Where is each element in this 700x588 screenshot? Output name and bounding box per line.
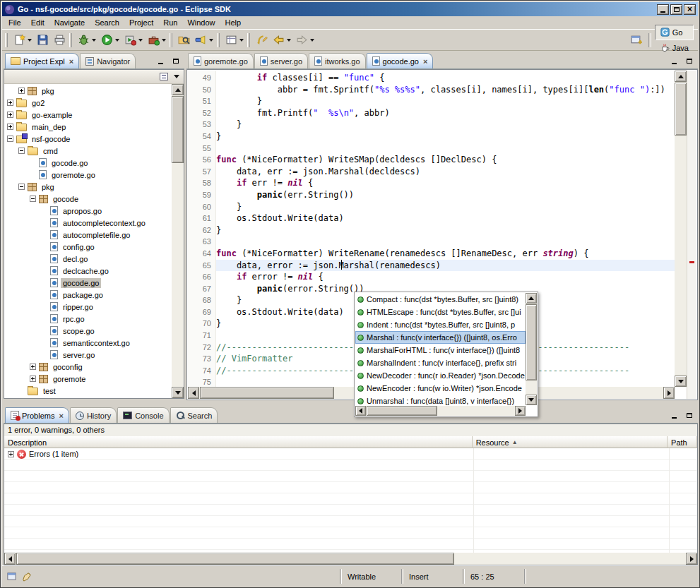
assist-horizontal-scrollbar[interactable] <box>355 406 526 416</box>
expander-plus-icon[interactable] <box>7 124 13 130</box>
print-button[interactable] <box>51 32 68 49</box>
search-button[interactable] <box>192 32 209 49</box>
explorer-vertical-scrollbar[interactable] <box>172 84 184 398</box>
view-tab-console[interactable]: Console <box>117 407 169 423</box>
minimize-view-button[interactable] <box>154 56 167 66</box>
perspective-go-button[interactable]: Go <box>655 25 694 40</box>
expander-minus-icon[interactable] <box>18 184 25 190</box>
editor-mark-icon[interactable] <box>21 571 32 582</box>
expander-minus-icon[interactable] <box>18 148 25 154</box>
title-bar[interactable]: Go - nsf-gocode/src/pkg/gocode/gocode.go… <box>2 2 698 16</box>
view-tab-problems[interactable]: Problems× <box>5 407 69 423</box>
annotations-dropdown-icon[interactable] <box>239 39 244 42</box>
line-number-ruler[interactable]: 4950515253545556575859606162636465666768… <box>188 71 216 387</box>
assist-item[interactable]: HTMLEscape : func(dst *bytes.Buffer, src… <box>355 306 526 318</box>
tree-item-goremote-go[interactable]: goremote.go <box>4 169 172 181</box>
scroll-up-button[interactable] <box>675 71 687 82</box>
minimize-button[interactable] <box>657 4 669 15</box>
assist-item[interactable]: NewDecoder : func(r io.Reader) *json.Dec… <box>355 369 526 382</box>
tree-item-apropos-go[interactable]: apropos.go <box>4 205 172 217</box>
menu-file[interactable]: File <box>4 17 26 28</box>
scroll-down-button[interactable] <box>172 387 184 398</box>
editor-tab-goremote-go[interactable]: goremote.go <box>188 53 254 68</box>
close-tab-icon[interactable]: × <box>69 57 73 66</box>
tree-item-cmd[interactable]: cmd <box>4 145 172 157</box>
assist-item[interactable]: MarshalForHTML : func(v interface{}) ([]… <box>355 344 526 356</box>
tree-item-goremote[interactable]: goremote <box>4 373 172 385</box>
tree-item-goconfig[interactable]: goconfig <box>4 361 172 373</box>
minimize-view-button[interactable] <box>668 410 680 421</box>
maximize-view-button[interactable] <box>170 56 182 66</box>
fast-view-icon[interactable] <box>6 571 17 582</box>
view-menu-icon[interactable] <box>174 75 179 78</box>
assist-item[interactable]: NewEncoder : func(w io.Writer) *json.Enc… <box>355 382 526 395</box>
scrollbar-thumb[interactable] <box>675 83 687 136</box>
tree-item-go2[interactable]: go2 <box>4 97 172 109</box>
forward-dropdown-icon[interactable] <box>310 39 314 42</box>
scrollbar-thumb[interactable] <box>200 387 334 399</box>
open-perspective-button[interactable] <box>628 32 645 49</box>
expander-minus-icon[interactable] <box>30 196 36 202</box>
scroll-right-button[interactable] <box>515 406 526 416</box>
tree-item-pkg[interactable]: pkg <box>4 85 172 97</box>
expander-plus-icon[interactable] <box>18 88 25 94</box>
scroll-up-button[interactable] <box>526 293 537 304</box>
close-tab-icon[interactable]: × <box>59 412 63 420</box>
tree-item-gocode-go[interactable]: gocode.go <box>4 157 172 169</box>
new-wizard-button[interactable] <box>11 32 28 49</box>
assist-item[interactable]: Compact : func(dst *bytes.Buffer, src []… <box>355 293 526 306</box>
expander-plus-icon[interactable] <box>7 112 13 118</box>
tree-item-gocode-go[interactable]: gocode.go <box>4 277 172 289</box>
back-dropdown-icon[interactable] <box>287 39 291 42</box>
run-last-launched-button[interactable] <box>121 32 138 49</box>
menu-project[interactable]: Project <box>124 17 158 28</box>
expander-plus-icon[interactable] <box>8 451 14 457</box>
last-edit-location-button[interactable] <box>253 32 270 49</box>
menu-search[interactable]: Search <box>90 17 124 28</box>
restore-button[interactable] <box>670 4 682 15</box>
tree-item-rpc-go[interactable]: rpc.go <box>4 313 172 325</box>
expander-minus-icon[interactable] <box>7 136 13 142</box>
external-tools-button[interactable] <box>145 32 162 49</box>
scrollbar-thumb[interactable] <box>16 553 454 565</box>
debug-button[interactable] <box>75 32 92 49</box>
close-tab-icon[interactable]: × <box>423 57 427 66</box>
external-tools-dropdown-icon[interactable] <box>162 39 166 42</box>
expander-plus-icon[interactable] <box>7 100 13 106</box>
menu-help[interactable]: Help <box>220 17 247 28</box>
scroll-left-button[interactable] <box>4 553 16 565</box>
run-dropdown-icon[interactable] <box>115 39 119 42</box>
editor-vertical-scrollbar[interactable] <box>675 71 687 387</box>
scrollbar-thumb[interactable] <box>367 406 437 416</box>
editor-tab-server-go[interactable]: server.go <box>254 53 308 68</box>
editor-tab-gocode-go[interactable]: gocode.go× <box>367 53 434 68</box>
project-tree[interactable]: pkggo2go-examplemain_depnsf-gocodecmdgoc… <box>4 84 172 398</box>
menu-window[interactable]: Window <box>182 17 220 28</box>
close-button[interactable]: × <box>684 4 696 15</box>
assist-vertical-scrollbar[interactable] <box>526 293 537 405</box>
view-tab-history[interactable]: History <box>70 407 117 423</box>
column-header-resource[interactable]: Resource▲ <box>473 436 668 448</box>
menu-navigate[interactable]: Navigate <box>49 17 90 28</box>
scrollbar-thumb[interactable] <box>526 304 537 380</box>
toolbar-grip[interactable] <box>5 33 8 47</box>
scroll-up-button[interactable] <box>172 84 184 95</box>
column-header-path[interactable]: Path <box>668 436 697 448</box>
tree-item-nsf-gocode[interactable]: nsf-gocode <box>4 133 172 145</box>
search-dropdown-icon[interactable] <box>209 39 213 42</box>
scroll-down-button[interactable] <box>526 395 537 405</box>
scroll-left-button[interactable] <box>355 406 366 416</box>
expander-plus-icon[interactable] <box>30 376 36 382</box>
run-button[interactable] <box>98 32 115 49</box>
maximize-editor-button[interactable] <box>683 56 696 66</box>
assist-item[interactable]: Marshal : func(v interface{}) ([]uint8, … <box>355 331 526 344</box>
scroll-down-button[interactable] <box>675 376 687 387</box>
expander-plus-icon[interactable] <box>30 364 36 370</box>
toolbar-grip[interactable] <box>69 33 72 47</box>
tree-item-config-go[interactable]: config.go <box>4 241 172 253</box>
scroll-left-button[interactable] <box>188 387 199 399</box>
tree-item-autocompletecontext-go[interactable]: autocompletecontext.go <box>4 217 172 229</box>
error-marker[interactable] <box>689 261 694 263</box>
assist-item[interactable]: MarshalIndent : func(v interface{}, pref… <box>355 356 526 369</box>
assist-item[interactable]: Indent : func(dst *bytes.Buffer, src []u… <box>355 318 526 331</box>
